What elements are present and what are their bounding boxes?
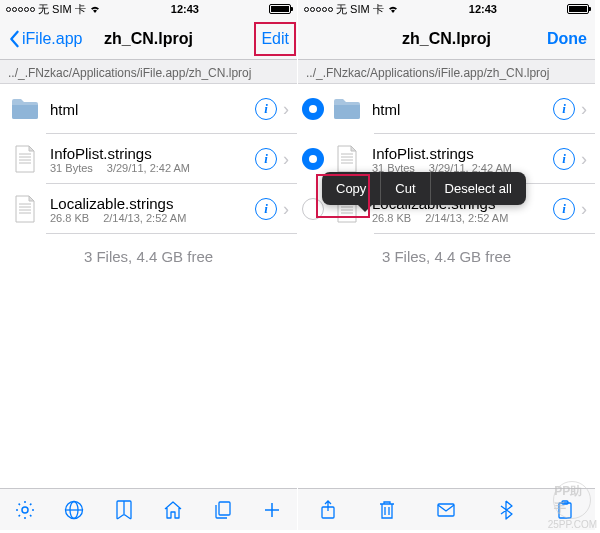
file-icon — [10, 194, 40, 224]
share-button[interactable] — [316, 498, 340, 522]
svg-rect-24 — [438, 504, 454, 516]
file-list: html i › InfoPlist.strings31 Bytes3/29/1… — [298, 84, 595, 234]
wifi-icon — [89, 4, 101, 14]
page-title: zh_CN.lproj — [402, 30, 491, 48]
context-menu: Copy Cut Deselect all — [322, 172, 526, 205]
summary-label: 3 Files, 4.4 GB free — [0, 234, 297, 279]
add-button[interactable] — [260, 498, 284, 522]
navbar: zh_CN.lproj Done — [298, 18, 595, 60]
signal-icon — [304, 7, 333, 12]
file-size: 26.8 KB — [50, 212, 89, 224]
info-button[interactable]: i — [255, 148, 277, 170]
bookmark-button[interactable] — [112, 498, 136, 522]
watermark-url: 25PP.COM — [548, 519, 597, 530]
statusbar: 无 SIM 卡 12:43 — [298, 0, 595, 18]
chevron-right-icon: › — [581, 99, 587, 120]
wifi-icon — [387, 4, 399, 14]
back-label: iFile.app — [22, 30, 82, 48]
file-name: Localizable.strings — [50, 195, 255, 212]
select-radio[interactable] — [302, 148, 324, 170]
clock: 12:43 — [469, 3, 497, 15]
signal-icon — [6, 7, 35, 12]
file-icon — [332, 144, 362, 174]
folder-icon — [332, 94, 362, 124]
list-item[interactable]: InfoPlist.strings31 Bytes3/29/11, 2:42 A… — [0, 134, 297, 184]
statusbar: 无 SIM 卡 12:43 — [0, 0, 297, 18]
battery-icon — [269, 4, 291, 14]
select-radio[interactable] — [302, 198, 324, 220]
toolbar — [0, 488, 297, 530]
list-item[interactable]: Localizable.strings26.8 KB2/14/13, 2:52 … — [0, 184, 297, 234]
list-item[interactable]: html i › — [298, 84, 595, 134]
chevron-right-icon: › — [581, 199, 587, 220]
info-button[interactable]: i — [553, 198, 575, 220]
watermark: PP助手 25PP.COM — [548, 481, 597, 530]
file-name: html — [372, 101, 553, 118]
folder-icon — [10, 94, 40, 124]
info-button[interactable]: i — [553, 148, 575, 170]
file-name: InfoPlist.strings — [372, 145, 553, 162]
chevron-right-icon: › — [283, 99, 289, 120]
info-button[interactable]: i — [255, 198, 277, 220]
menu-cut[interactable]: Cut — [380, 172, 429, 205]
phone-left: 无 SIM 卡 12:43 iFile.app zh_CN.lproj Edit… — [0, 0, 298, 530]
chevron-right-icon: › — [283, 199, 289, 220]
chevron-right-icon: › — [283, 149, 289, 170]
file-icon — [10, 144, 40, 174]
trash-button[interactable] — [375, 498, 399, 522]
settings-button[interactable] — [13, 498, 37, 522]
carrier-label: 无 SIM 卡 — [336, 2, 384, 17]
bluetooth-button[interactable] — [494, 498, 518, 522]
chevron-right-icon: › — [581, 149, 587, 170]
svg-rect-12 — [219, 502, 230, 515]
summary-label: 3 Files, 4.4 GB free — [298, 234, 595, 279]
page-title: zh_CN.lproj — [104, 30, 193, 48]
mail-button[interactable] — [434, 498, 458, 522]
file-size: 31 Bytes — [50, 162, 93, 174]
file-date: 2/14/13, 2:52 AM — [103, 212, 186, 224]
back-button[interactable]: iFile.app — [8, 30, 82, 48]
menu-deselect-all[interactable]: Deselect all — [430, 172, 526, 205]
home-button[interactable] — [161, 498, 185, 522]
file-size: 26.8 KB — [372, 212, 411, 224]
breadcrumb[interactable]: ../_.FNzkac/Applications/iFile.app/zh_CN… — [298, 60, 595, 84]
file-date: 3/29/11, 2:42 AM — [107, 162, 190, 174]
carrier-label: 无 SIM 卡 — [38, 2, 86, 17]
file-date: 2/14/13, 2:52 AM — [425, 212, 508, 224]
copy-button[interactable] — [211, 498, 235, 522]
menu-copy[interactable]: Copy — [322, 172, 380, 205]
edit-button[interactable]: Edit — [261, 30, 289, 48]
breadcrumb[interactable]: ../_.FNzkac/Applications/iFile.app/zh_CN… — [0, 60, 297, 84]
navbar: iFile.app zh_CN.lproj Edit — [0, 18, 297, 60]
phone-right: 无 SIM 卡 12:43 zh_CN.lproj Done ../_.FNzk… — [298, 0, 596, 530]
done-button[interactable]: Done — [547, 30, 587, 48]
file-name: html — [50, 101, 255, 118]
list-item[interactable]: html i › — [0, 84, 297, 134]
svg-point-8 — [22, 507, 28, 513]
watermark-brand: PP助手 — [554, 483, 590, 517]
file-name: InfoPlist.strings — [50, 145, 255, 162]
select-radio[interactable] — [302, 98, 324, 120]
info-button[interactable]: i — [553, 98, 575, 120]
clock: 12:43 — [171, 3, 199, 15]
web-button[interactable] — [62, 498, 86, 522]
chevron-left-icon — [8, 30, 20, 48]
battery-icon — [567, 4, 589, 14]
info-button[interactable]: i — [255, 98, 277, 120]
file-list: html i › InfoPlist.strings31 Bytes3/29/1… — [0, 84, 297, 234]
